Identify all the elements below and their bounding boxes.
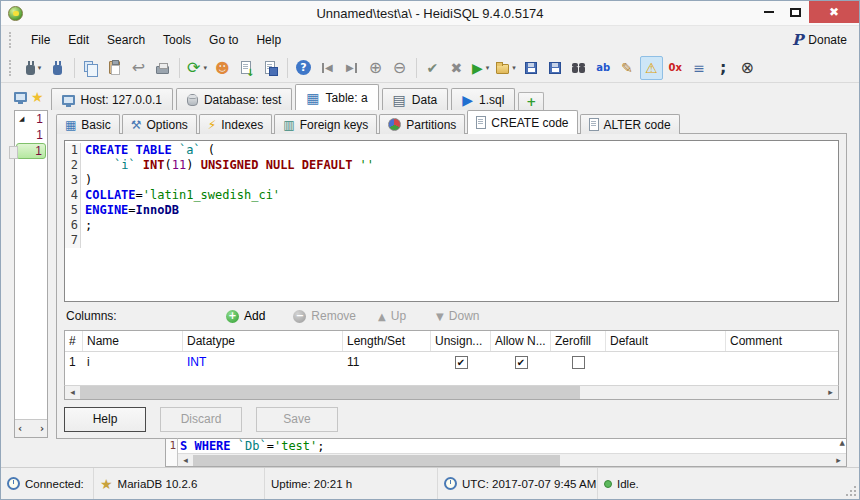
dropdown-arrow-icon[interactable]: ▾ — [512, 64, 516, 72]
checkbox-icon[interactable]: ✔ — [515, 356, 528, 369]
grid-header-comment[interactable]: Comment — [726, 331, 838, 351]
session-manager-button[interactable]: ▾ — [22, 56, 45, 80]
save-data-button[interactable] — [259, 56, 282, 80]
cell-zerofill-checkbox[interactable] — [551, 352, 606, 372]
tree-row-2[interactable]: 1 — [16, 127, 46, 143]
tree-horizontal-scrollbar[interactable]: ‹› — [15, 419, 47, 437]
subtab-create-code[interactable]: CREATE code — [467, 110, 577, 134]
paste-button[interactable] — [103, 56, 126, 80]
disconnect-button[interactable] — [46, 56, 69, 80]
cell-comment[interactable] — [726, 352, 838, 372]
load-sql-file-button[interactable]: ▾ — [493, 56, 519, 80]
cell-name[interactable]: i — [83, 352, 183, 372]
subtab-foreign-keys[interactable]: ▥Foreign keys — [274, 114, 377, 134]
tree-filter-icon[interactable] — [14, 91, 27, 105]
undo-button[interactable]: ↩ — [127, 56, 150, 80]
scroll-left-icon[interactable]: ◂ — [178, 453, 193, 468]
sql-code-editor[interactable]: 1CREATE TABLE `a` (2 `i` INT(11) UNSIGNE… — [64, 140, 839, 302]
log-horizontal-scrollbar[interactable]: ◂ ▸ — [178, 453, 846, 466]
export-database-button[interactable] — [235, 56, 258, 80]
scrollbar-thumb[interactable] — [80, 386, 580, 399]
tree-row-3[interactable]: 1 — [16, 143, 46, 159]
scroll-right-icon[interactable]: ▸ — [831, 453, 846, 468]
replace-text-button[interactable]: ab — [592, 56, 615, 80]
save-sql-as-button[interactable] — [544, 56, 567, 80]
find-text-button[interactable] — [568, 56, 591, 80]
menu-item-search[interactable]: Search — [98, 29, 154, 51]
refresh-button[interactable]: ⟳▾ — [184, 56, 210, 80]
dropdown-arrow-icon[interactable]: ▾ — [486, 64, 490, 72]
columns-grid[interactable]: #NameDatatypeLength/SetUnsign...Allow N.… — [64, 330, 839, 385]
cell-default[interactable] — [606, 352, 726, 372]
donate-button[interactable]: P Donate — [792, 31, 847, 49]
reformat-sql-button[interactable]: ≡ — [688, 56, 711, 80]
tree-splitter[interactable] — [48, 110, 56, 438]
menu-item-edit[interactable]: Edit — [59, 29, 98, 51]
menu-item-tools[interactable]: Tools — [154, 29, 200, 51]
print-button[interactable] — [151, 56, 174, 80]
subtab-alter-code[interactable]: ALTER code — [580, 114, 680, 134]
grid-header-default[interactable]: Default — [606, 331, 726, 351]
tab-database[interactable]: Database: test — [176, 88, 292, 110]
cell-length[interactable]: 11 — [343, 352, 431, 372]
cancel-button[interactable]: ✖ — [445, 56, 468, 80]
tab-query[interactable]: ▶1.sql — [451, 88, 515, 110]
checkbox-icon[interactable]: ✔ — [455, 356, 468, 369]
scrollbar-thumb[interactable] — [193, 455, 560, 466]
tab-table[interactable]: ▦Table: a — [295, 84, 378, 110]
cell-allow-null-checkbox[interactable]: ✔ — [491, 352, 551, 372]
next-tab-button[interactable]: ▶ — [340, 56, 363, 80]
dropdown-arrow-icon[interactable]: ▾ — [203, 64, 207, 72]
query-warnings-button[interactable]: ⚠ — [640, 56, 663, 80]
help-button[interactable]: Help — [64, 407, 146, 432]
subtab-partitions[interactable]: Partitions — [379, 114, 465, 134]
zoom-in-button[interactable]: ⊕ — [364, 56, 387, 80]
expander-icon[interactable]: ◢ — [19, 115, 24, 123]
tab-data[interactable]: ▤Data — [382, 88, 449, 110]
scroll-right-icon[interactable]: ▸ — [823, 385, 838, 400]
subtab-indexes[interactable]: ⚡Indexes — [199, 114, 272, 134]
subtab-options[interactable]: ⚒Options — [122, 114, 197, 134]
add-column-button[interactable]: +Add — [226, 309, 265, 323]
checkbox-icon[interactable] — [572, 356, 585, 369]
stop-button[interactable]: ⊗ — [736, 56, 759, 80]
grid-header-zerofill[interactable]: Zerofill — [551, 331, 606, 351]
binary-as-hex-button[interactable]: 0x — [664, 56, 687, 80]
resize-grip[interactable] — [854, 494, 856, 496]
scroll-right-icon[interactable]: › — [40, 423, 44, 434]
grid-header-allown[interactable]: Allow N... — [491, 331, 551, 351]
cell-datatype[interactable]: INT — [183, 352, 343, 372]
user-manager-button[interactable]: ☻ — [211, 56, 234, 80]
database-tree[interactable]: ◢111‹› — [14, 110, 48, 438]
previous-tab-button[interactable]: ◀ — [316, 56, 339, 80]
scroll-left-icon[interactable]: ‹ — [18, 423, 22, 434]
log-scroll-up-icon[interactable]: ▲ — [840, 439, 845, 447]
scroll-left-icon[interactable]: ◂ — [65, 385, 80, 400]
close-button[interactable]: ✖ — [809, 1, 859, 23]
tree-row-1[interactable]: ◢1 — [16, 111, 46, 127]
grid-header-name[interactable]: Name — [83, 331, 183, 351]
dropdown-arrow-icon[interactable]: ▾ — [38, 64, 42, 72]
tab-host[interactable]: Host: 127.0.0.1 — [51, 88, 173, 110]
grid-horizontal-scrollbar[interactable]: ◂ ▸ — [64, 385, 839, 400]
grid-header-unsign[interactable]: Unsign... — [431, 331, 491, 351]
subtab-basic[interactable]: ▦Basic — [56, 114, 120, 134]
cell-row-number[interactable]: 1 — [65, 352, 83, 372]
cell-unsigned-checkbox[interactable]: ✔ — [431, 352, 491, 372]
grid-header-[interactable]: # — [65, 331, 83, 351]
highlight-button[interactable]: ✎ — [616, 56, 639, 80]
apply-button[interactable]: ✔ — [421, 56, 444, 80]
execute-sql-button[interactable]: ▶▾ — [469, 56, 492, 80]
maximize-button[interactable] — [782, 1, 809, 23]
menu-item-file[interactable]: File — [22, 29, 59, 51]
save-sql-button[interactable] — [520, 56, 543, 80]
copy-button[interactable] — [79, 56, 102, 80]
menu-item-help[interactable]: Help — [247, 29, 290, 51]
favorites-star-icon[interactable]: ★ — [31, 90, 44, 105]
minimize-button[interactable] — [755, 1, 782, 23]
delimiter-button[interactable]: ; — [712, 56, 735, 80]
grid-header-lengthset[interactable]: Length/Set — [343, 331, 431, 351]
online-help-button[interactable]: ? — [292, 56, 315, 80]
sql-log-panel[interactable]: S WHERE `Db`='test'; ▲ ◂ ▸ — [178, 438, 847, 467]
grid-data-row[interactable]: 1iINT11✔✔ — [65, 352, 838, 372]
